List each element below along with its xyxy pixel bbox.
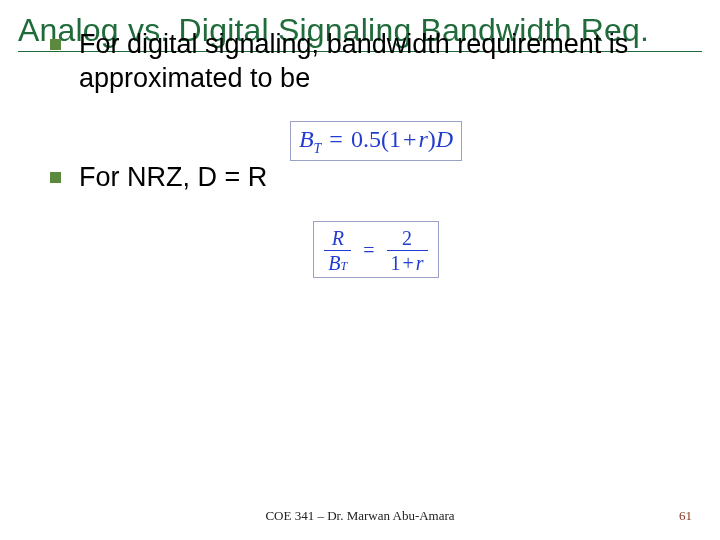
f1-rhs-mid: r xyxy=(418,126,427,152)
f2-right-den-prefix: 1 xyxy=(391,252,401,274)
plus-sign: + xyxy=(401,252,416,274)
f2-left-num: R xyxy=(324,228,351,250)
formula-block-2: R BT = 2 1+r xyxy=(50,221,702,278)
formula-ratio: R BT = 2 1+r xyxy=(313,221,438,278)
fraction-left: R BT xyxy=(324,228,351,273)
plus-sign: + xyxy=(401,126,419,152)
f1-rhs-close: ) xyxy=(428,126,436,152)
f2-right-num: 2 xyxy=(387,228,428,250)
f1-rhs-prefix: 0.5(1 xyxy=(351,126,401,152)
bullet-item: For NRZ, D = R xyxy=(50,161,702,195)
f1-rhs-tail: D xyxy=(436,126,453,152)
bullet-icon xyxy=(50,39,61,50)
page-number: 61 xyxy=(679,508,692,524)
f2-right-den: 1+r xyxy=(387,250,428,273)
slide-content: For digital signaling, bandwidth require… xyxy=(18,28,702,278)
f1-lhs-sub: T xyxy=(314,141,322,156)
bullet-item: For digital signaling, bandwidth require… xyxy=(50,28,702,96)
fraction-right: 2 1+r xyxy=(387,228,428,273)
f2-left-den-sub: T xyxy=(341,259,348,273)
equals-sign: = xyxy=(355,239,382,261)
f1-lhs-var: B xyxy=(299,126,314,152)
f2-left-den: BT xyxy=(324,250,351,273)
bullet-icon xyxy=(50,172,61,183)
f2-right-den-tail: r xyxy=(416,252,424,274)
equals-sign: = xyxy=(327,126,345,152)
formula-bt: BT = 0.5(1+r)D xyxy=(290,121,462,161)
bullet-text: For NRZ, D = R xyxy=(79,161,267,195)
formula-block-1: BT = 0.5(1+r)D xyxy=(50,121,702,161)
bullet-text: For digital signaling, bandwidth require… xyxy=(79,28,702,96)
f2-left-den-var: B xyxy=(328,252,340,274)
slide-footer: COE 341 – Dr. Marwan Abu-Amara xyxy=(0,508,720,524)
slide: Analog vs. Digital Signaling Bandwidth R… xyxy=(0,0,720,540)
